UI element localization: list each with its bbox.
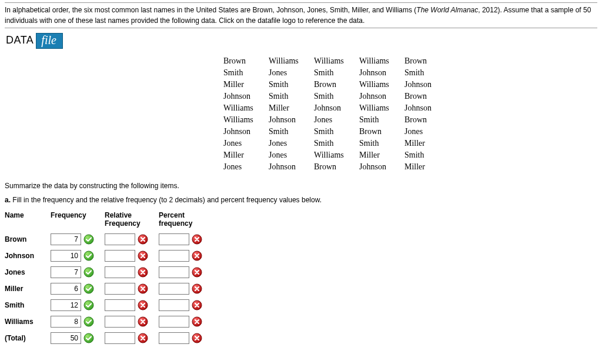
table-row: Brown [5, 231, 213, 248]
checkmark-icon [83, 316, 94, 327]
frequency-input[interactable] [51, 332, 81, 344]
data-cell: Williams [269, 56, 313, 66]
frequency-table: Name Frequency Relative Frequency Percen… [5, 210, 213, 346]
data-cell: Smith [314, 68, 358, 78]
raw-data-table: BrownWilliamsWilliamsWilliamsBrownSmithJ… [222, 55, 450, 173]
x-icon [192, 283, 202, 294]
relative-frequency-input[interactable] [105, 316, 135, 328]
data-cell: Johnson [223, 126, 267, 137]
x-icon [192, 267, 202, 278]
summarize-text: Summarize the data by constructing the f… [5, 181, 597, 191]
row-name: Jones [5, 264, 51, 280]
input-cell [159, 264, 213, 280]
col-relative-frequency: Relative Frequency [105, 210, 159, 231]
input-cell [105, 248, 159, 264]
data-cell: Smith [314, 126, 358, 137]
data-cell: Williams [314, 56, 358, 66]
row-name: Brown [5, 231, 51, 248]
x-icon [192, 316, 202, 327]
percent-frequency-input[interactable] [159, 250, 189, 262]
input-cell [51, 248, 105, 264]
data-cell: Smith [314, 91, 358, 102]
frequency-input[interactable] [51, 233, 81, 245]
data-cell: Jones [269, 68, 313, 78]
data-cell: Jones [269, 138, 313, 149]
table-row: Jones [5, 264, 213, 280]
relative-frequency-input[interactable] [105, 233, 135, 245]
input-cell [105, 231, 159, 248]
input-cell [105, 313, 159, 330]
relative-frequency-input[interactable] [105, 299, 135, 311]
data-cell: Williams [223, 103, 267, 113]
data-cell: Smith [223, 68, 267, 78]
relative-frequency-input[interactable] [105, 283, 135, 295]
frequency-input[interactable] [51, 316, 81, 328]
data-cell: Jones [314, 115, 358, 125]
data-row: WilliamsMillerJohnsonWilliamsJohnson [223, 103, 449, 113]
x-icon [138, 333, 148, 343]
input-cell [159, 248, 213, 264]
percent-frequency-input[interactable] [159, 283, 189, 295]
row-name: Johnson [5, 248, 51, 264]
data-cell: Johnson [404, 79, 449, 90]
data-row: MillerJonesWilliamsMillerSmith [223, 150, 449, 161]
relative-frequency-input[interactable] [105, 266, 135, 278]
data-row: SmithJonesSmithJohnsonSmith [223, 68, 449, 78]
data-row: MillerSmithBrownWilliamsJohnson [223, 79, 449, 90]
x-icon [138, 316, 148, 327]
frequency-input[interactable] [51, 299, 81, 311]
checkmark-icon [83, 267, 94, 278]
data-cell: Miller [404, 162, 449, 172]
input-cell [51, 280, 105, 297]
datafile-label-left: DATA [5, 33, 36, 49]
data-cell: Johnson [223, 91, 267, 102]
row-name: Williams [5, 313, 51, 330]
intro-italic: The World Almanac [416, 6, 478, 14]
data-cell: Jones [404, 126, 449, 137]
data-cell: Brown [404, 91, 449, 102]
table-row: Miller [5, 280, 213, 297]
percent-frequency-input[interactable] [159, 233, 189, 245]
data-cell: Johnson [269, 115, 313, 125]
data-cell: Smith [269, 91, 313, 102]
frequency-input[interactable] [51, 283, 81, 295]
data-cell: Brown [314, 79, 358, 90]
data-cell: Smith [314, 138, 358, 149]
input-cell [105, 280, 159, 297]
row-name: Miller [5, 280, 51, 297]
data-cell: Brown [404, 56, 449, 66]
percent-frequency-input[interactable] [159, 316, 189, 328]
input-cell [159, 330, 213, 346]
percent-frequency-input[interactable] [159, 299, 189, 311]
x-icon [192, 234, 202, 245]
input-cell [105, 330, 159, 346]
relative-frequency-input[interactable] [105, 250, 135, 262]
data-cell: Jones [269, 150, 313, 161]
question-a-label: a. [5, 196, 11, 204]
frequency-input[interactable] [51, 266, 81, 278]
percent-frequency-input[interactable] [159, 266, 189, 278]
x-icon [192, 333, 202, 343]
data-cell: Miller [359, 150, 403, 161]
datafile-button[interactable]: DATA file [5, 33, 63, 49]
input-cell [159, 280, 213, 297]
table-row: Williams [5, 313, 213, 330]
col-percent-frequency: Percent frequency [159, 210, 213, 231]
frequency-input[interactable] [51, 250, 81, 262]
data-cell: Smith [359, 138, 403, 149]
intro-text: In alphabetical order, the six most comm… [5, 2, 597, 28]
checkmark-icon [83, 251, 94, 261]
data-cell: Brown [314, 162, 358, 172]
data-cell: Johnson [359, 68, 403, 78]
data-cell: Miller [223, 150, 267, 161]
relative-frequency-input[interactable] [105, 332, 135, 344]
data-row: JohnsonSmithSmithJohnsonBrown [223, 91, 449, 102]
data-cell: Williams [359, 103, 403, 113]
percent-frequency-input[interactable] [159, 332, 189, 344]
input-cell [51, 264, 105, 280]
data-cell: Smith [359, 115, 403, 125]
x-icon [138, 267, 148, 278]
data-cell: Smith [269, 126, 313, 137]
data-cell: Brown [404, 115, 449, 125]
checkmark-icon [83, 300, 94, 310]
